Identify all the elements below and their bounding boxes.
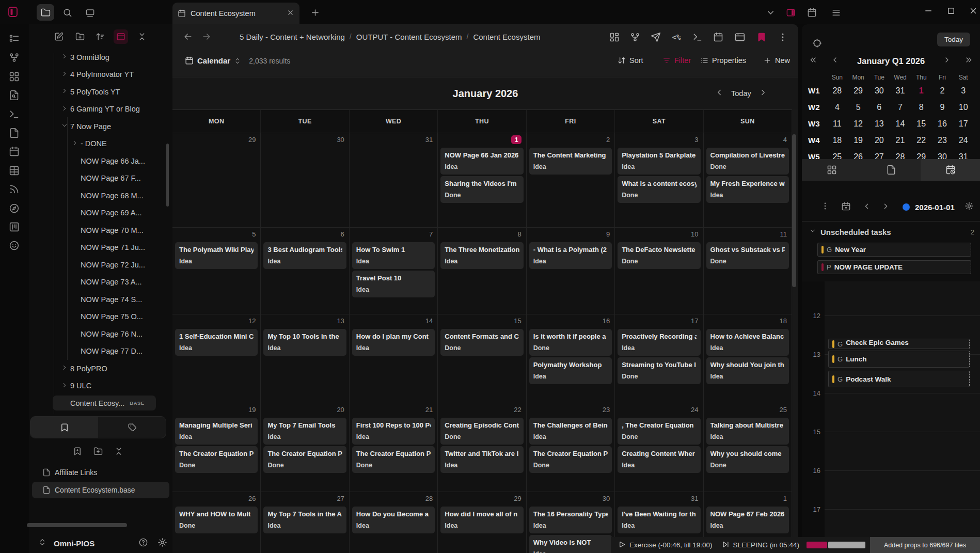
calendar-event[interactable]: The Content Marketing Idea: [529, 148, 612, 175]
ribbon-kanban-button[interactable]: [9, 222, 20, 233]
day-cell-29[interactable]: 29 How did I move all of n Idea: [438, 492, 526, 553]
calendar-event[interactable]: Why you should come Done: [706, 446, 789, 473]
sort-button[interactable]: Sort: [618, 56, 643, 65]
calendar-event[interactable]: The Creator Equation P Done: [352, 446, 435, 473]
ribbon-layout-grid-button[interactable]: [9, 71, 20, 83]
titlebar-menu-button[interactable]: [827, 4, 845, 21]
bookmark-item-0[interactable]: Affiliate Links: [32, 464, 169, 481]
calendar-event[interactable]: Why Video is NOT Idea: [529, 535, 612, 553]
header-calendar-button[interactable]: [713, 32, 723, 42]
gear-icon[interactable]: [965, 201, 974, 211]
calendar-event[interactable]: The Creator Equation P Done: [175, 446, 258, 473]
day-cell-9[interactable]: 9 - What is a Polymath (2 Idea: [527, 228, 615, 314]
calendar-icon[interactable]: [713, 32, 723, 42]
breadcrumb-item-0[interactable]: 5 Daily - Content + Networking: [240, 33, 345, 41]
skip-forward-icon[interactable]: [722, 541, 730, 548]
bookmark-bookmark-plus-button[interactable]: [73, 447, 82, 458]
prev-year-button[interactable]: [809, 56, 817, 66]
sleep-skip-icon[interactable]: [722, 541, 730, 550]
mini-day-12[interactable]: 12: [848, 119, 869, 129]
tags-pane-button[interactable]: [98, 417, 166, 438]
day-cell-10[interactable]: 10 The DeFacto Newslette Done: [615, 228, 703, 314]
calendar-event[interactable]: NOW Page 67 Feb 2026 Idea: [706, 507, 789, 533]
sidebar-tab-stack[interactable]: [81, 4, 99, 21]
template-icon[interactable]: <%: [671, 32, 682, 42]
chevrons-right-icon[interactable]: [965, 56, 973, 64]
day-cell-4[interactable]: 4 Compilation of Livestre Done My Fresh …: [704, 133, 792, 227]
mini-day-31[interactable]: 31: [953, 152, 974, 159]
mini-day-17[interactable]: 17: [953, 119, 974, 129]
mini-day-28[interactable]: 28: [827, 86, 848, 96]
mini-day-15[interactable]: 15: [911, 119, 932, 129]
explorer-layout-button[interactable]: [114, 29, 128, 44]
calendar-event[interactable]: The DeFacto Newslette Done: [618, 242, 700, 269]
calendar-today-button[interactable]: Today: [731, 89, 751, 98]
prev-day-button[interactable]: [862, 202, 871, 213]
calendar-event[interactable]: First 100 Reps to 100 Po Idea: [352, 418, 435, 445]
calendar-event[interactable]: Why should You join th Idea: [706, 357, 789, 384]
calendar-event[interactable]: Is it worth it if people a Done: [529, 329, 612, 356]
calendar-event[interactable]: Sharing the Videos I'm Done: [440, 176, 523, 203]
calendar-event[interactable]: WHY and HOW to Mult Done: [175, 507, 258, 533]
day-cell-5[interactable]: 5 The Polymath Wiki Play Idea: [172, 228, 261, 314]
tab-close-icon[interactable]: [287, 9, 294, 18]
day-cell-1[interactable]: 1 NOW Page 66 Jan 2026 Idea Sharing the …: [438, 133, 526, 227]
timeline-event-2[interactable]: G Podcast Walk: [828, 371, 970, 387]
calendar-event[interactable]: The Creator Equation P Done: [263, 446, 346, 473]
gear-icon[interactable]: [157, 538, 167, 547]
bookmark-collapse-button[interactable]: [114, 447, 123, 458]
nav-back-button[interactable]: [183, 31, 193, 44]
play-icon[interactable]: [618, 541, 626, 548]
ribbon-rss-button[interactable]: [9, 184, 20, 195]
new-folder-icon[interactable]: [93, 447, 103, 456]
terminal-icon[interactable]: [692, 32, 703, 42]
calendar-event[interactable]: Ghost vs Substack vs Pa Done: [706, 242, 789, 269]
nav-forward-button[interactable]: [201, 31, 212, 44]
timeline-event-1[interactable]: G Lunch: [828, 351, 970, 368]
day-cell-29[interactable]: 29: [172, 133, 261, 227]
settings-button[interactable]: [157, 538, 167, 549]
window-restore-button[interactable]: [946, 6, 958, 18]
calendar-event[interactable]: The Polymath Wiki Play Idea: [175, 242, 258, 269]
new-tab-button[interactable]: [306, 4, 324, 21]
bookmark-plus-icon[interactable]: [73, 447, 82, 456]
chevron-left-icon[interactable]: [862, 202, 871, 211]
header-more-vertical-button[interactable]: [778, 32, 788, 42]
day-cell-30[interactable]: 30: [261, 133, 349, 227]
exercise-status[interactable]: Exercise (-00:46, till 19:00): [629, 541, 713, 549]
mini-prev-month-button[interactable]: [831, 56, 839, 66]
ribbon-compass-button[interactable]: [9, 203, 20, 214]
right-tab-calendar-clock[interactable]: [921, 159, 980, 181]
calendar-event[interactable]: Travel Post 10 Idea: [352, 271, 435, 297]
day-cell-2[interactable]: 2 The Content Marketing Idea: [527, 133, 615, 227]
bookmarks-pane-button[interactable]: [30, 417, 98, 438]
mini-day-28[interactable]: 28: [890, 152, 911, 159]
day-cell-8[interactable]: 8 The Three Monetization Idea: [438, 228, 526, 314]
calendar-event[interactable]: What is a content ecosy Done: [618, 176, 700, 203]
titlebar-calendar-button[interactable]: [803, 4, 820, 21]
ribbon-terminal-button[interactable]: [9, 109, 20, 120]
filter-button[interactable]: Filter: [662, 56, 691, 65]
mini-day-26[interactable]: 26: [848, 152, 869, 159]
ribbon-calendar-button[interactable]: [9, 146, 20, 157]
mini-day-3[interactable]: 3: [953, 86, 974, 96]
mini-day-4[interactable]: 4: [827, 103, 848, 112]
header-git-fork-button[interactable]: [630, 32, 640, 42]
chevrons-left-icon[interactable]: [809, 56, 817, 64]
sleep-status[interactable]: SLEEPING (in 05:44): [733, 541, 799, 549]
mini-day-6[interactable]: 6: [868, 103, 890, 112]
layout-dashboard-icon[interactable]: [609, 32, 620, 42]
window-close-button[interactable]: [969, 6, 980, 18]
help-icon[interactable]: [138, 538, 148, 547]
calendar-event[interactable]: Creating Content Wher Idea: [618, 446, 700, 473]
bookmark-new-folder-button[interactable]: [93, 447, 103, 458]
calendar-event[interactable]: How Do you Become a Idea: [352, 507, 435, 533]
unscheduled-task-1[interactable]: P NOW PAGE UPDATE: [817, 260, 971, 274]
app-window-icon[interactable]: [735, 32, 745, 42]
chevron-right-icon[interactable]: [943, 56, 951, 64]
ribbon-board-button[interactable]: [9, 34, 20, 45]
mini-day-27[interactable]: 27: [868, 152, 890, 159]
mini-day-13[interactable]: 13: [868, 119, 890, 129]
calendar-event[interactable]: Streaming to YouTube I Done: [618, 357, 700, 384]
calendar-event[interactable]: The Challenges of Being Idea: [529, 418, 612, 445]
